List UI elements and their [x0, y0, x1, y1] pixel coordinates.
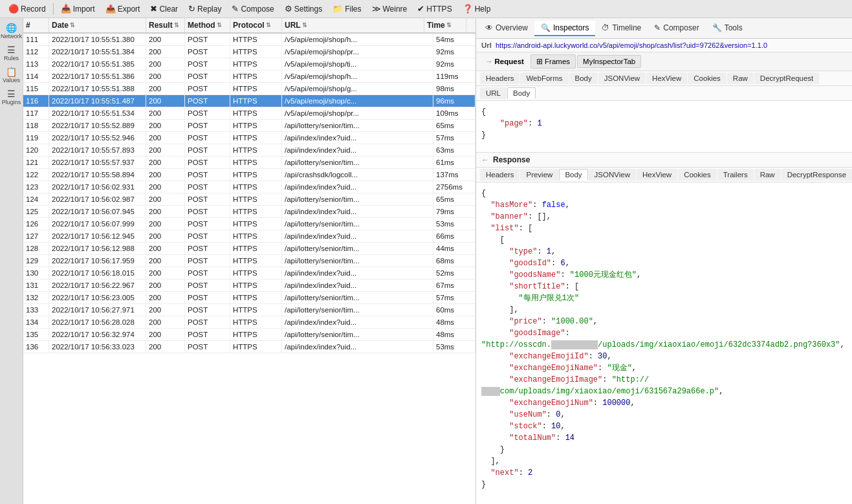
- cell-url: /v5/api/emoji/shop/c...: [282, 95, 433, 107]
- cell-num: 131: [23, 279, 49, 291]
- table-row[interactable]: 117 2022/10/17 10:55:51.534 200 POST HTT…: [23, 107, 475, 120]
- req-cookies-tab[interactable]: Cookies: [688, 72, 726, 84]
- cell-result: 200: [146, 341, 185, 353]
- cell-method: POST: [185, 34, 230, 45]
- table-row[interactable]: 135 2022/10/17 10:56:32.974 200 POST HTT…: [23, 329, 475, 341]
- cell-result: 200: [146, 316, 185, 328]
- export-button[interactable]: 📤 Export: [101, 3, 145, 15]
- tab-overview[interactable]: 👁 Overview: [479, 21, 534, 36]
- cell-method: POST: [185, 120, 230, 131]
- table-row[interactable]: 125 2022/10/17 10:56:07.945 200 POST HTT…: [23, 206, 475, 218]
- res-trailers-tab[interactable]: Trailers: [717, 169, 754, 181]
- table-row[interactable]: 112 2022/10/17 10:55:51.384 200 POST HTT…: [23, 46, 475, 58]
- sidebar-label-plugins: Plugins: [2, 99, 21, 105]
- my-inspector-tab[interactable]: MyInspectorTab: [577, 55, 641, 68]
- files-button[interactable]: 📁 Files: [328, 3, 366, 15]
- cell-method: POST: [185, 181, 230, 193]
- table-row[interactable]: 130 2022/10/17 10:56:18.015 200 POST HTT…: [23, 267, 475, 279]
- plugins-icon: ☰: [7, 89, 16, 99]
- record-button[interactable]: 🔴 Record: [4, 3, 50, 15]
- col-header-protocol[interactable]: Protocol⇅: [230, 18, 282, 32]
- clear-button[interactable]: ✖ Clear: [146, 3, 182, 15]
- table-row[interactable]: 123 2022/10/17 10:56:02.931 200 POST HTT…: [23, 181, 475, 193]
- frames-tab[interactable]: ⊞ Frames: [530, 54, 576, 69]
- cell-time: 57ms: [433, 132, 475, 144]
- sidebar-item-network[interactable]: 🌐 Network: [1, 21, 22, 41]
- cell-url: /v5/api/emoji/shop/ti...: [282, 58, 433, 70]
- compose-button[interactable]: ✎ Compose: [227, 3, 278, 15]
- weinre-icon: ≫: [372, 4, 381, 14]
- table-row[interactable]: 114 2022/10/17 10:55:51.386 200 POST HTT…: [23, 71, 475, 83]
- res-preview-tab[interactable]: Preview: [520, 169, 558, 181]
- table-row[interactable]: 118 2022/10/17 10:55:52.889 200 POST HTT…: [23, 120, 475, 132]
- cell-url: /v5/api/emoji/shop/h...: [282, 34, 433, 45]
- cell-protocol: HTTPS: [230, 144, 282, 156]
- table-row[interactable]: 131 2022/10/17 10:56:22.967 200 POST HTT…: [23, 279, 475, 292]
- sidebar-item-rules[interactable]: ☰ Rules: [1, 43, 22, 63]
- req-raw-tab[interactable]: Raw: [727, 72, 754, 84]
- cell-protocol: HTTPS: [230, 181, 282, 193]
- res-headers-tab[interactable]: Headers: [480, 169, 519, 181]
- cell-num: 133: [23, 304, 49, 316]
- tab-inspectors[interactable]: 🔍 Inspectors: [534, 21, 595, 36]
- request-tab[interactable]: → Request: [480, 56, 529, 67]
- https-button[interactable]: ✔ HTTPS: [413, 3, 456, 15]
- col-header-date[interactable]: Date⇅: [49, 18, 146, 32]
- table-row[interactable]: 128 2022/10/17 10:56:12.988 200 POST HTT…: [23, 243, 475, 255]
- col-header-num[interactable]: #: [23, 18, 49, 32]
- req-body-content-tab[interactable]: Body: [507, 87, 536, 99]
- table-row[interactable]: 113 2022/10/17 10:55:51.385 200 POST HTT…: [23, 58, 475, 71]
- replay-button[interactable]: ↻ Replay: [184, 3, 226, 15]
- table-row[interactable]: 129 2022/10/17 10:56:17.959 200 POST HTT…: [23, 255, 475, 267]
- weinre-button[interactable]: ≫ Weinre: [367, 3, 412, 15]
- table-row[interactable]: 116 2022/10/17 10:55:51.487 200 POST HTT…: [23, 95, 475, 107]
- cell-url: /api/lottery/senior/tim...: [282, 255, 433, 267]
- req-hexview-tab[interactable]: HexView: [646, 72, 687, 84]
- table-row[interactable]: 120 2022/10/17 10:55:57.893 200 POST HTT…: [23, 144, 475, 157]
- req-headers-tab[interactable]: Headers: [480, 72, 519, 84]
- table-row[interactable]: 115 2022/10/17 10:55:51.388 200 POST HTT…: [23, 83, 475, 95]
- table-row[interactable]: 121 2022/10/17 10:55:57.937 200 POST HTT…: [23, 157, 475, 169]
- col-header-method[interactable]: Method⇅: [185, 18, 230, 32]
- cell-result: 200: [146, 181, 185, 193]
- sidebar-item-plugins[interactable]: ☰ Plugins: [1, 87, 22, 107]
- table-row[interactable]: 133 2022/10/17 10:56:27.971 200 POST HTT…: [23, 304, 475, 316]
- col-header-time[interactable]: Time⇅: [424, 18, 466, 32]
- res-cookies-tab[interactable]: Cookies: [678, 169, 717, 181]
- table-row[interactable]: 136 2022/10/17 10:56:33.023 200 POST HTT…: [23, 341, 475, 353]
- cell-method: POST: [185, 95, 230, 107]
- col-header-result[interactable]: Result⇅: [146, 18, 185, 32]
- res-hexview-tab[interactable]: HexView: [637, 169, 677, 181]
- table-row[interactable]: 122 2022/10/17 10:55:58.894 200 POST HTT…: [23, 169, 475, 181]
- col-header-url[interactable]: URL⇅: [282, 18, 424, 32]
- cell-protocol: HTTPS: [230, 169, 282, 181]
- import-button[interactable]: 📥 Import: [56, 3, 100, 15]
- req-body-tab[interactable]: Body: [569, 72, 598, 84]
- table-row[interactable]: 119 2022/10/17 10:55:52.946 200 POST HTT…: [23, 132, 475, 144]
- table-row[interactable]: 124 2022/10/17 10:56:02.987 200 POST HTT…: [23, 193, 475, 206]
- table-row[interactable]: 127 2022/10/17 10:56:12.945 200 POST HTT…: [23, 230, 475, 243]
- table-row[interactable]: 111 2022/10/17 10:55:51.380 200 POST HTT…: [23, 34, 475, 46]
- req-webforms-tab[interactable]: WebForms: [520, 72, 568, 84]
- record-icon: 🔴: [8, 4, 19, 14]
- help-button[interactable]: ❓ Help: [458, 3, 496, 15]
- tab-tools[interactable]: 🔧 Tools: [706, 21, 749, 36]
- res-jsonview-tab[interactable]: JSONView: [589, 169, 636, 181]
- res-body-tab[interactable]: Body: [559, 169, 587, 181]
- tab-composer[interactable]: ✎ Composer: [648, 21, 705, 36]
- res-decrypt-tab[interactable]: DecryptResponse: [781, 169, 852, 181]
- cell-time: 48ms: [433, 329, 475, 340]
- req-jsonview-tab[interactable]: JSONView: [598, 72, 646, 84]
- table-row[interactable]: 134 2022/10/17 10:56:28.028 200 POST HTT…: [23, 316, 475, 329]
- sidebar-item-values[interactable]: 📋 Values: [1, 65, 22, 85]
- req-decrypt-tab[interactable]: DecryptRequest: [754, 72, 819, 84]
- cell-time: 53ms: [433, 341, 475, 353]
- table-row[interactable]: 132 2022/10/17 10:56:23.005 200 POST HTT…: [23, 292, 475, 304]
- cell-protocol: HTTPS: [230, 292, 282, 303]
- cell-num: 114: [23, 71, 49, 82]
- res-raw-tab[interactable]: Raw: [754, 169, 781, 181]
- req-url-tab[interactable]: URL: [480, 87, 507, 99]
- tab-timeline[interactable]: ⏱ Timeline: [595, 21, 648, 36]
- settings-button[interactable]: ⚙ Settings: [280, 3, 327, 15]
- table-row[interactable]: 126 2022/10/17 10:56:07.999 200 POST HTT…: [23, 218, 475, 230]
